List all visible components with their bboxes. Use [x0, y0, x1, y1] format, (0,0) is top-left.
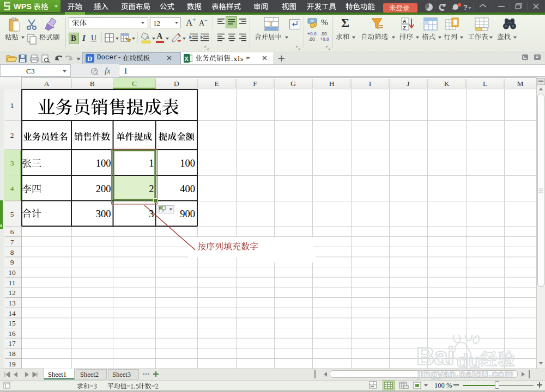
svg-text:Bai: Bai	[416, 342, 454, 369]
svg-text:+: +	[162, 209, 165, 213]
